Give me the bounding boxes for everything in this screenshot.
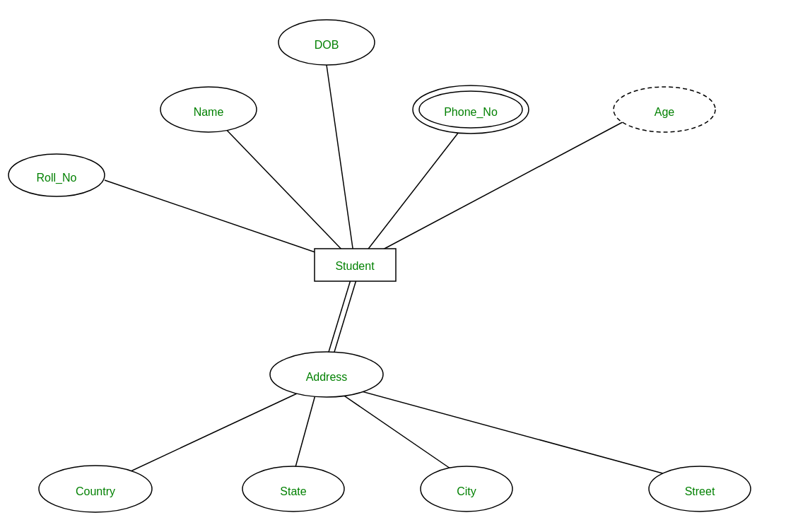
line-address-country — [120, 389, 307, 476]
line-address-state — [293, 390, 317, 475]
line-student-phone — [364, 126, 464, 254]
label-rollno: Roll_No — [37, 172, 77, 184]
line-student-address-1 — [327, 278, 351, 359]
line-student-age — [371, 119, 629, 256]
er-diagram: DOB Name Phone_No Age Roll_No Student Ad… — [0, 0, 786, 532]
label-name: Name — [194, 106, 224, 118]
label-street: Street — [685, 485, 715, 497]
label-dob: DOB — [315, 39, 339, 51]
label-city: City — [457, 485, 476, 497]
label-phone: Phone_No — [444, 106, 498, 119]
line-address-city — [336, 390, 459, 475]
label-country: Country — [76, 485, 115, 497]
label-address: Address — [306, 371, 348, 383]
line-student-dob — [327, 65, 353, 253]
line-student-rollno — [105, 180, 338, 260]
label-state: State — [280, 485, 306, 497]
line-student-address-2 — [332, 278, 357, 359]
line-address-street — [346, 387, 668, 475]
label-student: Student — [335, 260, 375, 272]
label-age: Age — [655, 106, 675, 118]
line-student-name — [221, 124, 346, 254]
